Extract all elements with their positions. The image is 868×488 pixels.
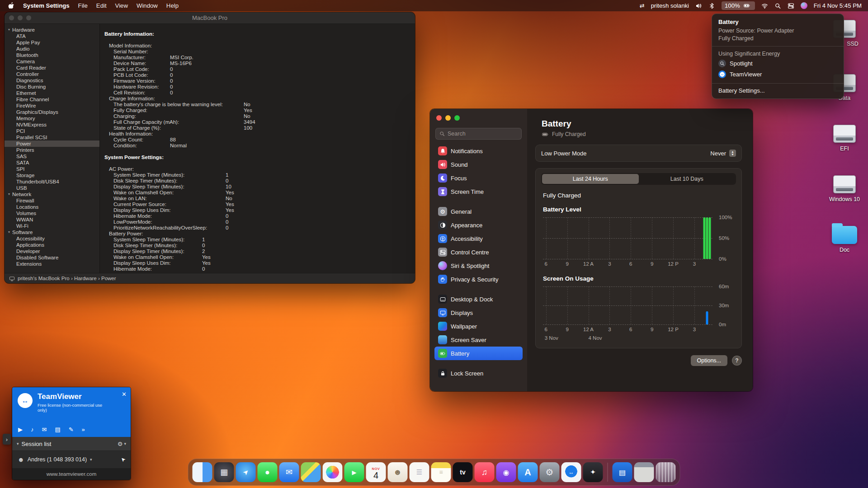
sidebar-item-wi-fi[interactable]: Wi-Fi bbox=[5, 223, 99, 229]
gear-icon[interactable]: ⚙ bbox=[118, 441, 123, 447]
dock-icon-launchpad[interactable]: ▦ bbox=[214, 462, 234, 482]
low-power-mode-select[interactable]: Never ▲▼ bbox=[710, 150, 736, 157]
sidebar-item-usb[interactable]: USB bbox=[5, 185, 99, 191]
apple-menu-icon[interactable] bbox=[8, 2, 14, 9]
sidebar-item-firewire[interactable]: FireWire bbox=[5, 103, 99, 109]
zoom-button[interactable] bbox=[454, 115, 460, 121]
sidebar-item-camera[interactable]: Camera bbox=[5, 58, 99, 65]
desktop-icon-windows-10[interactable]: Windows 10 bbox=[827, 175, 862, 202]
sidebar-item-disc-burning[interactable]: Disc Burning bbox=[5, 84, 99, 90]
sidebar-item-screen-time[interactable]: Screen Time bbox=[434, 185, 523, 198]
siri-icon[interactable] bbox=[801, 2, 807, 9]
sidebar-item-storage[interactable]: Storage bbox=[5, 172, 99, 178]
app-menu-title[interactable]: System Settings bbox=[23, 2, 70, 9]
sidebar-item-printers[interactable]: Printers bbox=[5, 147, 99, 153]
dock-icon-music[interactable]: ♫ bbox=[475, 462, 495, 482]
sidebar-item-nvmexpress[interactable]: NVMExpress bbox=[5, 122, 99, 128]
dock-icon-maps[interactable] bbox=[301, 462, 321, 482]
dock-icon-mail[interactable]: ✉ bbox=[279, 462, 299, 482]
tab-last-24-hours[interactable]: Last 24 Hours bbox=[542, 174, 639, 184]
more-actions-icon[interactable]: » bbox=[82, 426, 85, 433]
panel-collapse-tab[interactable]: › bbox=[3, 434, 11, 445]
sidebar-section-network[interactable]: ▾Network bbox=[5, 191, 99, 197]
sidebar-section-software[interactable]: ▾Software bbox=[5, 229, 99, 235]
dock-icon-calendar[interactable]: NOV4 bbox=[366, 462, 386, 482]
wifi-icon[interactable] bbox=[761, 3, 768, 9]
close-button[interactable] bbox=[436, 115, 442, 121]
sidebar-item-locations[interactable]: Locations bbox=[5, 204, 99, 210]
energy-app-teamviewer[interactable]: ↔TeamViewer bbox=[718, 69, 837, 80]
dock-icon-finder[interactable] bbox=[193, 462, 212, 482]
video-call-icon[interactable]: ▶ bbox=[18, 426, 23, 433]
sidebar-item-ethernet[interactable]: Ethernet bbox=[5, 90, 99, 96]
sidebar-item-ata[interactable]: ATA bbox=[5, 33, 99, 39]
battery-menubar-item[interactable]: 100% bbox=[722, 1, 755, 10]
sidebar-item-sas[interactable]: SAS bbox=[5, 153, 99, 160]
sidebar-item-battery[interactable]: Battery bbox=[434, 347, 523, 360]
whiteboard-icon[interactable]: ✎ bbox=[69, 426, 74, 433]
menu-edit[interactable]: Edit bbox=[96, 2, 107, 9]
menu-view[interactable]: View bbox=[115, 2, 128, 9]
sidebar-item-pci[interactable]: PCI bbox=[5, 128, 99, 134]
options-button[interactable]: Options... bbox=[691, 355, 728, 366]
chat-icon[interactable]: ✉ bbox=[42, 426, 47, 433]
dock-icon-messages[interactable]: ● bbox=[258, 462, 278, 482]
sidebar-item-fibre-channel[interactable]: Fibre Channel bbox=[5, 96, 99, 103]
dock-icon-unknown-blue-app[interactable]: ▤ bbox=[613, 462, 632, 482]
menu-window[interactable]: Window bbox=[137, 2, 158, 9]
sidebar-item-accessibility[interactable]: Accessibility bbox=[5, 235, 99, 242]
dock-icon-system-settings[interactable]: ⚙ bbox=[540, 462, 560, 482]
sidebar-item-notifications[interactable]: Notifications bbox=[434, 144, 523, 158]
sidebar-item-wwan[interactable]: WWAN bbox=[5, 216, 99, 223]
sidebar-item-thunderbolt-usb4[interactable]: Thunderbolt/USB4 bbox=[5, 178, 99, 185]
sidebar-item-appearance[interactable]: Appearance bbox=[434, 218, 523, 232]
sidebar-item-displays[interactable]: Displays bbox=[434, 306, 523, 319]
sidebar-item-audio[interactable]: Audio bbox=[5, 46, 99, 52]
battery-settings-link[interactable]: Battery Settings... bbox=[718, 87, 837, 94]
dock-icon-teamviewer[interactable]: ↔ bbox=[561, 462, 581, 482]
sidebar-item-disabled-software[interactable]: Disabled Software bbox=[5, 254, 99, 261]
dock-icon-podcasts[interactable]: ◉ bbox=[496, 462, 516, 482]
dock-icon-reminders[interactable]: ☰ bbox=[410, 462, 429, 482]
close-icon[interactable]: ✕ bbox=[122, 391, 127, 398]
volume-icon[interactable] bbox=[695, 3, 702, 9]
sidebar-item-accessibility[interactable]: Accessibility bbox=[434, 232, 523, 245]
tab-last-10-days[interactable]: Last 10 Days bbox=[639, 174, 736, 184]
search-field[interactable]: Search bbox=[435, 128, 522, 140]
sidebar-item-focus[interactable]: Focus bbox=[434, 171, 523, 185]
spotlight-search-icon[interactable] bbox=[774, 3, 781, 9]
energy-app-spotlight[interactable]: Spotlight bbox=[718, 58, 837, 69]
sidebar-item-power[interactable]: Power bbox=[5, 141, 99, 147]
sidebar-item-parallel-scsi[interactable]: Parallel SCSI bbox=[5, 134, 99, 141]
sidebar-item-sata[interactable]: SATA bbox=[5, 160, 99, 166]
bluetooth-icon[interactable] bbox=[708, 3, 715, 9]
menubar-clock[interactable]: Fri 4 Nov 5:45 PM bbox=[814, 2, 862, 9]
sidebar-item-general[interactable]: ⚙General bbox=[434, 205, 523, 218]
help-button[interactable]: ? bbox=[732, 356, 742, 366]
dock-icon-notes[interactable]: ≡ bbox=[431, 462, 451, 482]
sidebar-item-bluetooth[interactable]: Bluetooth bbox=[5, 52, 99, 58]
sidebar-item-apple-pay[interactable]: Apple Pay bbox=[5, 39, 99, 46]
dock-icon-tv[interactable]: tv bbox=[453, 462, 473, 482]
sidebar-item-control-centre[interactable]: Control Centre bbox=[434, 245, 523, 259]
window-titlebar[interactable]: MacBook Pro bbox=[5, 12, 415, 24]
dock-icon-safari[interactable]: ➤ bbox=[236, 462, 256, 482]
menu-help[interactable]: Help bbox=[166, 2, 179, 9]
sidebar-item-card-reader[interactable]: Card Reader bbox=[5, 65, 99, 71]
sidebar-item-lock-screen[interactable]: Lock Screen bbox=[434, 366, 523, 380]
sidebar-item-extensions[interactable]: Extensions bbox=[5, 261, 99, 267]
sidebar-item-controller[interactable]: Controller bbox=[5, 71, 99, 77]
sidebar-item-screen-saver[interactable]: Screen Saver bbox=[434, 333, 523, 347]
dock-icon-facetime[interactable]: ▶ bbox=[344, 462, 364, 482]
partner-row[interactable]: ☻ Andres (1 048 393 014) ▾ ➤ bbox=[12, 451, 131, 468]
teamviewer-menubar-icon[interactable]: ⇄ bbox=[640, 2, 645, 9]
sidebar-item-memory[interactable]: Memory bbox=[5, 115, 99, 122]
sidebar-item-volumes[interactable]: Volumes bbox=[5, 210, 99, 216]
dock-icon-minimized-window[interactable] bbox=[634, 462, 654, 482]
traffic-lights-inactive[interactable] bbox=[9, 15, 31, 20]
file-transfer-icon[interactable]: ▤ bbox=[55, 426, 60, 433]
sidebar-item-siri-spotlight[interactable]: Siri & Spotlight bbox=[434, 259, 523, 272]
sidebar-item-desktop-dock[interactable]: Desktop & Dock bbox=[434, 292, 523, 306]
dock-icon-app-store[interactable]: A bbox=[518, 462, 538, 482]
audio-call-icon[interactable]: ♪ bbox=[31, 426, 34, 433]
